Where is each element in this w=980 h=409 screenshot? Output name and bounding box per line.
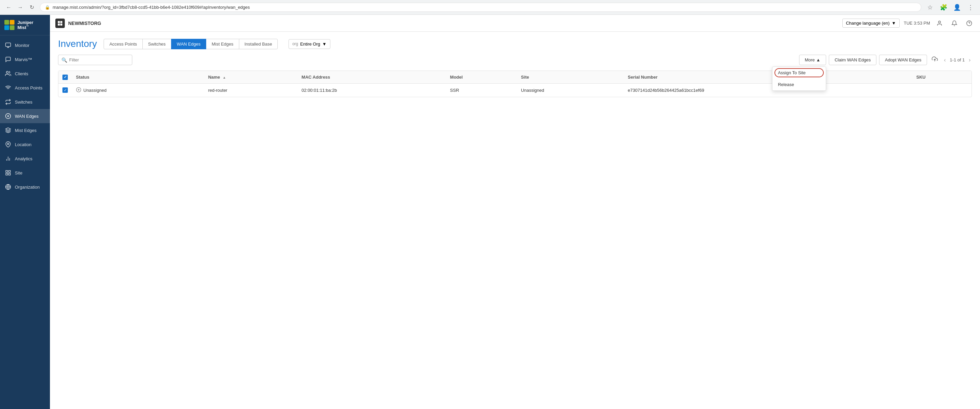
access-points-icon <box>5 85 11 91</box>
adopt-wan-edges-label: Adopt WAN Edges <box>885 57 921 62</box>
language-chevron-icon: ▼ <box>892 21 896 25</box>
top-bar-right: Change language (en) ▼ TUE 3:53 PM <box>842 18 975 29</box>
filter-input[interactable] <box>58 55 132 65</box>
sidebar-item-marvis[interactable]: Marvis™ <box>0 52 50 67</box>
bookmark-button[interactable]: ☆ <box>925 2 935 13</box>
tab-mist-edges[interactable]: Mist Edges <box>206 39 239 49</box>
dropdown-item-release[interactable]: Release <box>772 79 826 91</box>
address-bar[interactable]: 🔒 manage.mist.com/admin/?org_id=3fbd7cb8… <box>40 3 921 12</box>
tab-access-points[interactable]: Access Points <box>103 39 143 49</box>
row-checkbox[interactable] <box>62 88 68 93</box>
sidebar-logo: Juniper Mist™ <box>0 15 50 35</box>
sidebar-item-access-points[interactable]: Access Points <box>0 81 50 95</box>
table-header: Status Name ▲ MAC Address Model <box>58 71 972 83</box>
svg-rect-18 <box>6 173 8 175</box>
header-checkbox[interactable] <box>62 75 68 80</box>
sidebar-item-switches[interactable]: Switches <box>0 95 50 109</box>
upload-button[interactable] <box>930 55 940 65</box>
logo-text: Juniper Mist™ <box>18 20 46 30</box>
site-icon <box>5 170 11 176</box>
forward-button[interactable]: → <box>16 3 25 12</box>
language-selector[interactable]: Change language (en) ▼ <box>842 19 900 28</box>
more-button-label: More <box>805 57 815 62</box>
table-body: Unassigned red-router 02:00:01:11:ba:2b … <box>58 83 972 97</box>
more-chevron-icon: ▲ <box>816 57 820 62</box>
sidebar-item-monitor[interactable]: Monitor <box>0 38 50 52</box>
sidebar-item-site[interactable]: Site <box>0 166 50 180</box>
toolbar-right: More ▲ Assign To Site Release <box>799 55 972 65</box>
datetime: TUE 3:53 PM <box>904 21 930 25</box>
sidebar-item-label-clients: Clients <box>15 71 29 76</box>
browser-chrome: ← → ↻ 🔒 manage.mist.com/admin/?org_id=3f… <box>0 0 980 15</box>
name-sort-icon: ▲ <box>223 76 226 79</box>
row-status-text: Unassigned <box>83 88 107 93</box>
svg-marker-10 <box>6 128 11 130</box>
org-name-text: NEWMISTORG <box>68 21 101 26</box>
help-icon-button[interactable] <box>964 18 975 29</box>
page-content: Inventory Access Points Switches WAN Edg… <box>50 32 980 409</box>
pagination-next-button[interactable]: › <box>967 56 972 64</box>
toolbar-row: 🔍 More ▲ Assign To <box>58 55 972 65</box>
tabs-row: Access Points Switches WAN Edges Mist Ed… <box>103 39 278 49</box>
sidebar-item-wan-edges[interactable]: WAN Edges <box>0 109 50 123</box>
analytics-icon <box>5 156 11 162</box>
lock-icon: 🔒 <box>45 5 50 10</box>
back-button[interactable]: ← <box>4 3 13 12</box>
extensions-button[interactable]: 🧩 <box>938 2 949 13</box>
language-label: Change language (en) <box>846 21 889 25</box>
row-mac-address: 02:00:01:11:ba:2b <box>298 83 446 97</box>
svg-rect-23 <box>58 23 60 25</box>
svg-rect-0 <box>5 20 9 25</box>
reload-button[interactable]: ↻ <box>27 3 37 12</box>
profile-button[interactable]: 👤 <box>951 2 963 13</box>
sidebar-item-label-monitor: Monitor <box>15 43 29 48</box>
row-model: SSR <box>446 83 517 97</box>
sidebar-item-label-mist: Mist Edges <box>15 128 37 133</box>
filter-search-icon: 🔍 <box>61 57 67 63</box>
menu-button[interactable]: ⋮ <box>965 2 976 13</box>
table-header-row: Status Name ▲ MAC Address Model <box>58 71 972 83</box>
sidebar-item-label-switches: Switches <box>15 100 32 105</box>
filter-input-wrap: 🔍 <box>58 55 132 65</box>
wan-edges-icon <box>5 113 11 119</box>
pagination-text: 1-1 of 1 <box>950 57 965 62</box>
header-model: Model <box>446 71 517 83</box>
sidebar-item-analytics[interactable]: Analytics <box>0 151 50 166</box>
tab-switches[interactable]: Switches <box>142 39 172 49</box>
org-selector[interactable]: org Entire Org ▼ <box>288 39 330 49</box>
header-checkbox-cell <box>58 71 72 83</box>
org-icon <box>55 19 65 28</box>
svg-point-11 <box>8 143 9 145</box>
sidebar-item-label-org: Organization <box>15 185 40 189</box>
dropdown-item-assign-to-site[interactable]: Assign To Site <box>772 67 826 79</box>
sidebar-item-organization[interactable]: Organization <box>0 180 50 194</box>
more-button[interactable]: More ▲ <box>799 55 826 65</box>
inventory-table: Status Name ▲ MAC Address Model <box>58 71 972 97</box>
location-icon <box>5 142 11 148</box>
svg-rect-24 <box>60 23 62 25</box>
app-container: Juniper Mist™ Monitor Marvis™ Clients <box>0 15 980 409</box>
table-container: Status Name ▲ MAC Address Model <box>58 70 972 97</box>
tab-installed-base[interactable]: Installed Base <box>239 39 278 49</box>
adopt-wan-edges-button[interactable]: Adopt WAN Edges <box>879 55 927 65</box>
header-name[interactable]: Name ▲ <box>204 71 298 83</box>
more-button-area: More ▲ Assign To Site Release <box>799 55 826 65</box>
switches-icon <box>5 99 11 105</box>
pagination: ‹ 1-1 of 1 › <box>943 56 972 64</box>
user-icon-button[interactable] <box>934 18 945 29</box>
status-unassigned-icon <box>76 87 81 94</box>
sidebar-item-location[interactable]: Location <box>0 137 50 151</box>
sidebar-item-clients[interactable]: Clients <box>0 67 50 81</box>
row-status: Unassigned <box>72 83 204 97</box>
status-cell: Unassigned <box>76 87 200 94</box>
sidebar-item-label-analytics: Analytics <box>15 156 32 161</box>
pagination-prev-button[interactable]: ‹ <box>943 56 947 64</box>
claim-wan-edges-button[interactable]: Claim WAN Edges <box>829 55 877 65</box>
row-site: Unassigned <box>517 83 624 97</box>
tab-wan-edges[interactable]: WAN Edges <box>171 39 206 49</box>
header-status: Status <box>72 71 204 83</box>
sidebar-item-label-ap: Access Points <box>15 85 43 91</box>
sidebar-item-mist-edges[interactable]: Mist Edges <box>0 123 50 137</box>
organization-icon <box>5 184 11 190</box>
bell-icon-button[interactable] <box>949 18 960 29</box>
